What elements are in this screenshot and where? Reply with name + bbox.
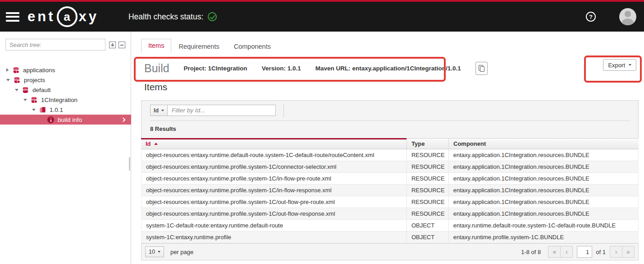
build-project-label: Project: 1CIntegration xyxy=(184,65,247,72)
toolbar-separator xyxy=(150,120,630,121)
tree-item-version-101[interactable]: 1.0.1 xyxy=(0,105,131,115)
results-range-label: 1-8 of 8 xyxy=(521,249,541,255)
build-maven-url-label: Maven URL: entaxy.application/1CIntegrat… xyxy=(315,65,461,72)
toolbar-divider xyxy=(283,103,284,117)
table-header: Id Type Component xyxy=(141,138,639,149)
tree-item-1cintegration[interactable]: 1CIntegration xyxy=(0,95,131,105)
table-row[interactable]: object-resources:entaxy.runtime.profile.… xyxy=(141,161,639,173)
next-page-button[interactable]: › xyxy=(610,246,622,258)
health-status-label: Health checks status: xyxy=(128,12,203,22)
cell-component: entaxy.application.1CIntegration.resourc… xyxy=(448,196,638,208)
sort-ascending-icon xyxy=(154,143,158,145)
chevron-down-icon xyxy=(158,251,160,253)
results-count: 8 Results xyxy=(150,125,176,132)
filter-input[interactable] xyxy=(168,105,276,116)
table-row[interactable]: object-resources:entaxy.runtime.profile.… xyxy=(141,185,639,196)
database-badge-icon xyxy=(13,67,19,74)
cell-type: RESOURCE xyxy=(406,173,448,184)
chevron-right-icon xyxy=(6,68,9,72)
chevron-down-icon xyxy=(6,79,10,81)
export-button-label: Export xyxy=(608,62,625,69)
chevron-down-icon xyxy=(15,89,18,91)
cell-id: object-resources:entaxy.runtime.profile.… xyxy=(142,161,406,172)
page-number-input[interactable] xyxy=(577,246,592,258)
entaxy-logo[interactable]: ent a xy xyxy=(27,6,99,27)
first-page-button[interactable]: « xyxy=(548,246,561,258)
page-of-label: of 1 xyxy=(596,249,606,255)
cell-type: OBJECT xyxy=(406,232,448,243)
cell-type: RESOURCE xyxy=(406,196,448,208)
column-header-id[interactable]: Id xyxy=(141,139,406,149)
build-title: Build xyxy=(144,62,169,75)
copy-maven-url-button[interactable] xyxy=(475,62,488,75)
help-icon[interactable]: ? xyxy=(586,12,596,22)
tab-components[interactable]: Components xyxy=(227,40,278,53)
tree-item-applications[interactable]: applications xyxy=(0,65,131,75)
table-row[interactable]: object-resources:entaxy.runtime.profile.… xyxy=(141,196,639,208)
cell-id: object-resources:entaxy.runtime.profile.… xyxy=(142,185,406,196)
avatar[interactable] xyxy=(619,8,636,25)
build-info-bar: Build Project: 1CIntegration Version: 1.… xyxy=(144,59,488,78)
sidebar: applications projects default xyxy=(0,32,131,264)
expand-all-icon[interactable] xyxy=(109,42,116,48)
main-content: Items Requirements Components Build Proj… xyxy=(131,32,644,264)
column-header-component[interactable]: Component xyxy=(448,139,639,149)
chevron-down-icon xyxy=(32,109,36,111)
tree-item-label: 1CIntegration xyxy=(41,97,78,103)
filter-field-label: Id xyxy=(154,107,159,114)
cell-type: RESOURCE xyxy=(406,161,448,172)
page-size-dropdown[interactable]: 10 xyxy=(145,246,164,257)
cell-type: RESOURCE xyxy=(406,208,448,219)
cell-component: entaxy.application.1CIntegration.resourc… xyxy=(448,208,638,219)
cell-component: entaxy.application.1CIntegration.resourc… xyxy=(448,173,638,184)
per-page-label: per page xyxy=(170,249,193,255)
navigation-tree: applications projects default xyxy=(0,65,131,125)
column-header-type[interactable]: Type xyxy=(406,139,448,149)
layers-icon xyxy=(39,107,46,113)
search-tree-input[interactable] xyxy=(5,39,105,51)
chevron-down-icon xyxy=(161,110,164,111)
tree-item-projects[interactable]: projects xyxy=(0,75,131,85)
cell-type: OBJECT xyxy=(406,220,448,231)
cell-id: object-resources:entaxy.runtime.profile.… xyxy=(142,196,406,208)
hamburger-menu-icon[interactable] xyxy=(6,12,19,22)
tab-requirements[interactable]: Requirements xyxy=(171,40,226,53)
tree-item-label: applications xyxy=(23,67,55,74)
database-badge-icon xyxy=(31,97,37,103)
copy-icon xyxy=(479,65,484,71)
last-page-button[interactable]: » xyxy=(622,246,635,258)
table-row[interactable]: object-resources:entaxy.runtime.profile.… xyxy=(141,173,639,185)
table-row[interactable]: object-resources:entaxy.runtime.default-… xyxy=(141,149,639,161)
tab-strip: Items Requirements Components xyxy=(141,40,278,53)
prev-page-button[interactable]: ‹ xyxy=(560,246,573,258)
export-button[interactable]: Export xyxy=(603,59,636,71)
pager-controls: 1-8 of 8 « ‹ of 1 › » xyxy=(521,246,635,258)
tree-item-default[interactable]: default xyxy=(0,85,131,95)
tree-item-build-info[interactable]: build info xyxy=(0,115,131,125)
chevron-right-icon xyxy=(121,117,126,122)
build-version-label: Version: 1.0.1 xyxy=(262,65,301,72)
table-row[interactable]: system-1C:entaxy.runtime.profileOBJECTen… xyxy=(141,232,639,243)
tree-item-label: build info xyxy=(58,116,82,123)
logo-text: xy xyxy=(79,9,99,25)
items-table: Id Type Component object-resources:entax… xyxy=(141,138,639,243)
filter-field-dropdown[interactable]: Id xyxy=(150,105,168,116)
chevron-down-icon xyxy=(629,64,631,66)
cell-id: object-resources:entaxy.runtime.default-… xyxy=(142,149,406,161)
pagination-footer: 10 per page 1-8 of 8 « ‹ of 1 › » xyxy=(141,243,639,260)
database-icon xyxy=(22,87,29,93)
table-row[interactable]: system-1C-default-route:entaxy.runtime.d… xyxy=(141,220,639,232)
items-section-heading: Items xyxy=(144,82,167,93)
cell-type: RESOURCE xyxy=(406,149,448,161)
tab-items[interactable]: Items xyxy=(141,39,171,53)
cell-id: object-resources:entaxy.runtime.profile.… xyxy=(142,208,406,219)
sidebar-scrollbar-thumb[interactable] xyxy=(129,157,130,171)
top-bar: ent a xy Health checks status: ? xyxy=(0,2,644,32)
cell-type: RESOURCE xyxy=(406,185,448,196)
table-row[interactable]: object-resources:entaxy.runtime.profile.… xyxy=(141,208,639,220)
table-body: object-resources:entaxy.runtime.default-… xyxy=(141,149,639,243)
database-badge-icon xyxy=(14,77,20,83)
collapse-all-icon[interactable] xyxy=(119,42,125,48)
cell-id: object-resources:entaxy.runtime.profile.… xyxy=(142,173,406,184)
health-checks-status: Health checks status: xyxy=(128,12,217,22)
